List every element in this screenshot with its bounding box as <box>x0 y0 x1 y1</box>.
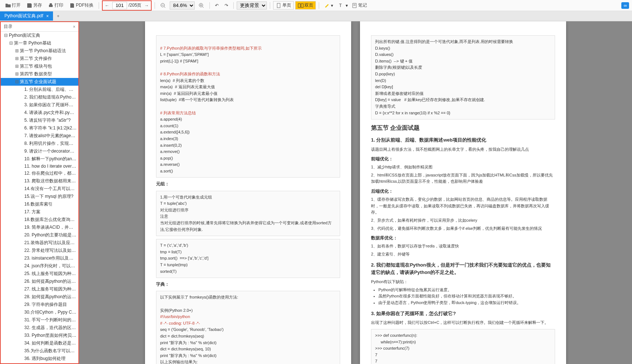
question-3: 3. 如果你困在了死循环里，怎么打破它? <box>371 310 555 318</box>
zoom-out-button[interactable] <box>158 2 168 9</box>
save-as-button[interactable]: 另存 <box>24 1 44 9</box>
q1-desc: 该题目网上有很多方法，我不想截图网上的长串文字，看的头疼，按我自己的理解说几点 <box>371 146 555 153</box>
new-tab-button[interactable]: + <box>53 12 63 20</box>
fe-item: 2、html和CSS放在页面上部，javascript放在页面下面，因为js加载… <box>371 172 555 185</box>
outline-item[interactable]: 26. 如何提高python的运行效率 <box>1 278 78 285</box>
q3-desc: 出现了这种问题时，我们可以按Ctrl+C，这样可以打断执行程序。我们创建一个死循… <box>371 320 555 326</box>
double-page-icon <box>298 3 304 8</box>
outline-item[interactable]: 4. 请谈谈.pyc文件和.py文件的 <box>1 109 78 117</box>
undo-button[interactable]: ↶ <box>213 2 221 9</box>
outline-item[interactable]: 36. 遇到bug如何处理 <box>1 355 78 363</box>
outline-tree[interactable]: ⊟Python面试宝典⊟第一章 Python基础⊞第一节 Python基础语法⊞… <box>1 32 78 363</box>
outline-item[interactable]: 23. isinstance作用以及应用场 <box>1 254 78 262</box>
outline-item[interactable]: 3. 如果你困在了死循环里，怎 <box>1 101 78 109</box>
outline-item[interactable]: 15.说一下 mysql 的原理? <box>1 193 78 200</box>
outline-item[interactable]: 9. 请设计一个decorator，它可 <box>1 147 78 155</box>
outline-item[interactable]: 6. 将字符串 "k:1 |k1:2|k2:3|k3 <box>1 124 78 132</box>
zoom-out-icon <box>160 3 166 8</box>
outline-item[interactable]: 12. 你在爬虫过程中，都是怎么 <box>1 169 78 177</box>
folder-icon <box>5 3 11 8</box>
outline-item[interactable]: 24. json序列化时，可以处理的 <box>1 262 78 270</box>
outline-item[interactable]: 2. 我们都知道现在Python很火 <box>1 93 78 101</box>
highlight-button[interactable]: ▾ <box>322 2 335 9</box>
infinity-icon[interactable]: ∞ <box>621 2 629 9</box>
outline-item[interactable]: 13. 爬取这些数据都用来做什么 <box>1 177 78 185</box>
outline-item[interactable]: 37.分别从前端、后端、数据库 <box>1 363 78 363</box>
outline-item[interactable]: 34. 如何判断是函数还是方法? <box>1 339 78 347</box>
single-page-button[interactable]: 单页 <box>273 1 294 10</box>
document-tab[interactable]: Python面试宝典.pdf × <box>0 11 53 21</box>
outline-item[interactable]: 22. 异常处理写法以及如何主动 <box>1 247 78 254</box>
page-left: # 7.Python的列表的截取与字符串操作类型相同,如下所示 L = ['sp… <box>145 21 351 364</box>
fe-item: 1、减少http请求、例如制作精灵图 <box>371 164 555 171</box>
outline-item[interactable]: 31. 手写一个判断时间的装饰器 <box>1 316 78 324</box>
q2-list-item: 由于是动态语言，Python使用鸭子类型，即duck-typing，这会增加运行… <box>378 300 555 306</box>
outline-item[interactable]: 20. Python的主要功能是什么? <box>1 231 78 239</box>
svg-rect-3 <box>298 4 300 7</box>
outline-item[interactable]: 18.数据库怎么优化查询效率? <box>1 216 78 224</box>
print-icon <box>48 3 54 8</box>
sidebar-close-button[interactable]: × <box>73 24 75 29</box>
outline-item[interactable]: 27. 线上服务可能因为种种原因 <box>1 285 78 293</box>
redo-button[interactable]: ↷ <box>222 2 230 9</box>
outline-item[interactable]: 30.介绍Cython，Pypy Cpytho <box>1 308 78 316</box>
main-toolbar: 打开 另存 打印 PDF转换 ← /205页 → 84.6% ↶ ↷ 更换背景 … <box>0 0 632 11</box>
tab-close-button[interactable]: × <box>46 14 49 19</box>
pdf-icon <box>69 3 75 8</box>
outline-item[interactable]: 16.数据库索引 <box>1 200 78 208</box>
outline-item[interactable]: 10. 解释一下python的and-or <box>1 155 78 163</box>
outline-item[interactable]: 21.装饰器的写法以及应用场景 <box>1 239 78 247</box>
outline-item[interactable]: 19. 简单谈谈ACID，并解释每一 <box>1 224 78 231</box>
outline-item[interactable]: ⊟第五节 企业面试题 <box>1 78 78 86</box>
page-navigation: ← /205页 → <box>102 0 152 11</box>
svg-rect-4 <box>301 4 303 7</box>
outline-item[interactable]: 7. 请按alist中元素的age由大 <box>1 132 78 140</box>
outline-item[interactable]: 8. 利用切片操作，实现一个trim <box>1 140 78 147</box>
prev-page-button[interactable]: ← <box>103 3 111 8</box>
outline-item[interactable]: 1. 分别从前端、后端、数据库 <box>1 86 78 93</box>
db-heading: 数据库优化： <box>371 235 555 242</box>
dict-heading: 字典： <box>156 281 340 288</box>
outline-item[interactable]: ⊟Python面试宝典 <box>1 32 78 39</box>
tab-bar: Python面试宝典.pdf × + <box>0 11 632 21</box>
outline-item[interactable]: 25. 线上服务可能因为种种原因 <box>1 270 78 278</box>
page-number-input[interactable] <box>112 2 127 9</box>
highlight-icon <box>324 3 330 8</box>
save-icon <box>27 3 32 8</box>
sidebar-title: 目录 <box>4 24 13 30</box>
print-button[interactable]: 打印 <box>46 1 66 9</box>
pdf-convert-button[interactable]: PDF转换 <box>67 1 96 9</box>
q2-list-item: 虽然Python在很多方面都性能良好，但在移动计算和浏览器方面表现不够好。 <box>378 293 555 300</box>
outline-item[interactable]: 29. 字符串的操作题目 <box>1 301 78 308</box>
document-viewport[interactable]: # 7.Python的列表的截取与字符串操作类型相同,如下所示 L = ['sp… <box>79 21 632 364</box>
note-button[interactable]: 笔记 <box>349 1 369 9</box>
outline-item[interactable]: 14.有没有一个工具可以帮助查 <box>1 185 78 193</box>
question-2: 2. 我们都知道现在Python很火，但是对于一门技术我们不光要知道它的优点，也… <box>371 261 555 277</box>
outline-item[interactable]: 35.为什么函数名字可以当做参 <box>1 347 78 355</box>
backend-heading: 后端优化： <box>371 188 555 195</box>
zoom-select[interactable]: 84.6% <box>170 1 195 10</box>
outline-item[interactable]: ⊞第一节 Python基础语法 <box>1 47 78 55</box>
zoom-in-icon <box>198 3 204 8</box>
page-total-label: /205页 <box>128 2 141 8</box>
double-page-button[interactable]: 双页 <box>295 1 316 10</box>
outline-item[interactable]: 17. 方案 <box>1 208 78 216</box>
section-heading: 第五节 企业面试题 <box>371 123 555 133</box>
outline-item[interactable]: 5. 请反转字符串 "aStr"? <box>1 117 78 124</box>
text-tool-button[interactable]: T <box>337 2 344 9</box>
open-button[interactable]: 打开 <box>3 1 23 9</box>
outline-item[interactable]: 32. 生成器，迭代器的区别? <box>1 324 78 332</box>
next-page-button[interactable]: → <box>143 3 150 8</box>
zoom-in-button[interactable] <box>196 2 206 9</box>
outline-item[interactable]: ⊞第二节 文件操作 <box>1 55 78 63</box>
outline-item[interactable]: ⊞第四节 数据类型 <box>1 70 78 78</box>
outline-item[interactable]: ⊞第三节 模块与包 <box>1 63 78 70</box>
outline-item[interactable]: 33. Python里面如何拷贝一个对 <box>1 332 78 339</box>
outline-sidebar: 目录 × ⊟Python面试宝典⊟第一章 Python基础⊞第一节 Python… <box>0 21 79 364</box>
q2-list-item: Python的可解释特征会拖累其运行速度。 <box>378 287 555 293</box>
outline-item[interactable]: ⊟第一章 Python基础 <box>1 39 78 47</box>
background-select[interactable]: 更换背景 <box>237 1 267 10</box>
outline-item[interactable]: 11. how do I iterate over a s <box>1 163 78 169</box>
outline-item[interactable]: 28. 如何提高python的运行效率 <box>1 293 78 301</box>
be-item: 3、代码优化，避免循环和判断次数太多，如果多个if else判断，优先判断最有可… <box>371 225 555 232</box>
